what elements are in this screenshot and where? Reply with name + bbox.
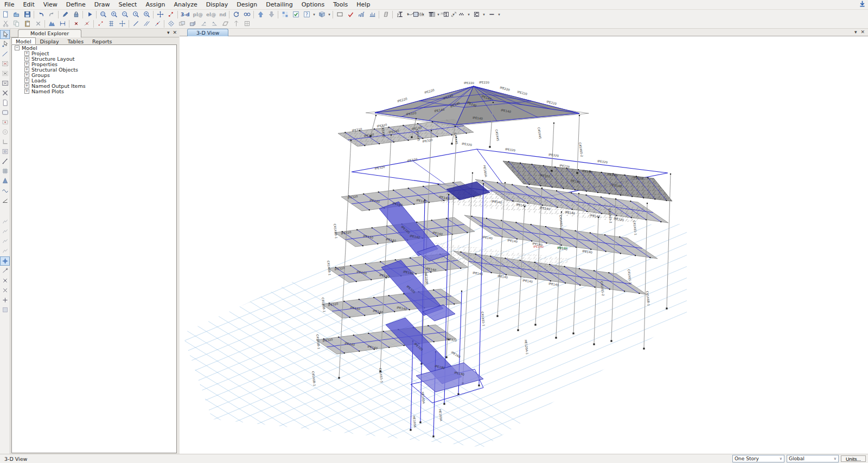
angle-tool-button[interactable]	[0, 196, 10, 205]
enlarge-view-button[interactable]	[266, 10, 277, 20]
mesh-area-button[interactable]	[165, 19, 176, 29]
menu-assign[interactable]: Assign	[141, 0, 169, 9]
menu-view[interactable]: View	[39, 0, 62, 9]
paste-button[interactable]	[22, 19, 33, 29]
tree-item-structure-layout[interactable]: +Structure Layout	[12, 56, 176, 61]
draw-line-button[interactable]	[0, 49, 10, 59]
flip-a-button[interactable]	[198, 19, 209, 29]
menu-select[interactable]: Select	[114, 0, 141, 9]
wall-stack-button[interactable]	[380, 10, 391, 20]
tendon-section-dropdown-caret[interactable]: ▾	[436, 12, 441, 17]
pointer-node-button[interactable]	[0, 40, 10, 49]
move-items-button[interactable]	[117, 19, 127, 29]
model-explorer-title[interactable]: Model Explorer	[18, 29, 81, 37]
divide-frame-button[interactable]	[130, 19, 141, 29]
zoom-full-button[interactable]	[141, 10, 152, 20]
tree-expander-icon[interactable]: +	[24, 67, 29, 72]
snap-box-button[interactable]	[0, 305, 10, 314]
l-shape-button[interactable]	[0, 137, 10, 146]
dropdown-caret[interactable]: ▾	[327, 12, 331, 17]
mesh-box-button[interactable]	[241, 19, 252, 29]
dimension-lines-button[interactable]	[57, 19, 68, 29]
align-points-button[interactable]	[231, 19, 241, 29]
rotate-3d-button[interactable]	[231, 10, 241, 20]
cable-section-button[interactable]	[471, 10, 482, 20]
round-rect-button[interactable]	[0, 108, 10, 117]
snap-x-dot-button[interactable]	[0, 276, 10, 285]
tree-item-groups[interactable]: +Groups	[12, 72, 176, 78]
cut-button[interactable]	[0, 19, 11, 29]
story-select[interactable]: One Story∨	[732, 455, 784, 462]
dot-rect-button[interactable]	[0, 118, 10, 127]
tendon-section-button[interactable]	[425, 10, 436, 20]
dropdown-caret[interactable]: ▾	[312, 12, 316, 17]
menu-display[interactable]: Display	[202, 0, 233, 9]
tree-expander-icon[interactable]: +	[24, 83, 29, 88]
tree-item-named-plots[interactable]: +Named Plots	[12, 88, 176, 94]
menu-file[interactable]: File	[0, 0, 18, 9]
draw-rect-button[interactable]	[334, 10, 345, 20]
snap-x-button[interactable]	[0, 286, 10, 295]
tree-expander-icon[interactable]: +	[24, 51, 29, 56]
cone-tool-button[interactable]	[0, 176, 10, 185]
viewtab-close-icon[interactable]: ✕	[860, 29, 865, 35]
tree-expander-icon[interactable]: +	[24, 62, 29, 67]
link-section-dropdown-caret[interactable]: ▾	[451, 12, 456, 17]
view-mode-nd[interactable]: nd	[218, 10, 228, 20]
menu-analyze[interactable]: Analyze	[169, 0, 201, 9]
coord-system-select[interactable]: Global∨	[787, 455, 839, 462]
frame-section-dropdown-caret[interactable]: ▾	[406, 12, 410, 17]
menu-define[interactable]: Define	[62, 0, 90, 9]
add-joint-button[interactable]	[95, 19, 106, 29]
tab-3d-view[interactable]: 3-D View	[187, 29, 228, 36]
merge-points-button[interactable]	[46, 19, 57, 29]
edge-constraint-button[interactable]	[176, 19, 187, 29]
tab-display[interactable]: Display	[36, 37, 63, 44]
zoom-out-button[interactable]	[119, 10, 130, 20]
divide-frames-button[interactable]	[141, 19, 152, 29]
copy-button[interactable]	[11, 19, 22, 29]
set-view-button[interactable]	[241, 10, 252, 20]
link-section-button[interactable]	[441, 10, 451, 20]
menu-help[interactable]: Help	[352, 0, 374, 9]
menu-draw[interactable]: Draw	[90, 0, 114, 9]
tab-tables[interactable]: Tables	[63, 37, 88, 44]
menu-design[interactable]: Design	[232, 0, 261, 9]
menu-tools[interactable]: Tools	[329, 0, 352, 9]
perspective-toggle-button[interactable]	[165, 10, 176, 20]
model-explorer-header[interactable]: Model Explorer ▾ ✕	[10, 29, 179, 37]
tree-item-structural-objects[interactable]: +Structural Objects	[12, 67, 176, 72]
select-box-solid-button[interactable]	[0, 79, 10, 88]
view-mode-pl[interactable]: pl@	[191, 10, 205, 20]
tab-model[interactable]: Model	[11, 37, 36, 44]
panel-menu-icon[interactable]: ▾	[167, 30, 170, 35]
view-mode-el[interactable]: el@	[205, 10, 218, 20]
delete-frame-button[interactable]	[81, 19, 92, 29]
new-page-button[interactable]	[0, 98, 10, 107]
tree-expander-icon[interactable]: −	[15, 46, 20, 50]
column-chart-button[interactable]	[356, 10, 367, 20]
zoom-in-button[interactable]	[108, 10, 119, 20]
delete-joint-button[interactable]	[71, 19, 81, 29]
area-section-button[interactable]	[410, 10, 421, 20]
pan-button[interactable]	[155, 10, 165, 20]
draw-pencil-button[interactable]	[60, 10, 71, 20]
area-section-dropdown-caret[interactable]: ▾	[421, 12, 425, 17]
app-update-icon[interactable]	[859, 1, 866, 9]
tree-item-project[interactable]: +Project	[12, 50, 176, 56]
tree-expander-icon[interactable]: +	[24, 56, 29, 61]
attach-c-button[interactable]	[0, 237, 10, 246]
box-in-box-button[interactable]	[0, 147, 10, 156]
menu-edit[interactable]: Edit	[18, 0, 39, 9]
grid-edit-button[interactable]	[106, 19, 117, 29]
grid-options-button[interactable]	[279, 10, 290, 20]
select-box-dot-button[interactable]	[0, 69, 10, 78]
tree-expander-icon[interactable]: +	[24, 78, 29, 83]
line-section-dropdown-caret[interactable]: ▾	[497, 12, 501, 17]
cable-section-dropdown-caret[interactable]: ▾	[482, 12, 486, 17]
column-chart2-button[interactable]	[367, 10, 378, 20]
tree-expander-icon[interactable]: +	[24, 73, 29, 78]
tree-expander-icon[interactable]: +	[24, 89, 29, 94]
menu-detailing[interactable]: Detailing	[261, 0, 297, 9]
line-section-button[interactable]	[486, 10, 497, 20]
